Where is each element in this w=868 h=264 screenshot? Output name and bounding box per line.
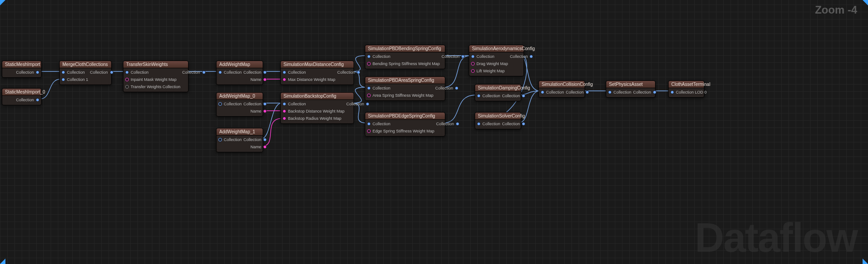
pin-in-collection[interactable]: Collection bbox=[477, 121, 500, 127]
pin-out-collection[interactable]: Collection bbox=[16, 69, 39, 75]
pin-out-name[interactable]: Name bbox=[250, 76, 267, 83]
pin-in-collection[interactable]: Collection bbox=[125, 69, 149, 75]
pin-out-collection[interactable]: Collection bbox=[502, 93, 526, 99]
node-set-physics-asset[interactable]: SetPhysicsAsset Collection Collection bbox=[606, 80, 656, 98]
resize-handle-bl[interactable] bbox=[0, 259, 5, 264]
pin-out-collection[interactable]: Collection bbox=[510, 53, 533, 60]
pin-out-collection[interactable]: Collection bbox=[337, 69, 361, 75]
node-title: StaticMeshImport bbox=[2, 61, 41, 68]
node-title: TransferSkinWeights bbox=[123, 61, 188, 68]
pin-in-collection[interactable]: Collection bbox=[608, 89, 632, 95]
node-static-mesh-import-0[interactable]: StaticMeshImport_0 Collection bbox=[2, 88, 42, 105]
pin-out-collection[interactable]: Collection bbox=[182, 69, 206, 75]
node-title: SimulationAerodynamicsConfig bbox=[469, 45, 524, 52]
pin-out-collection[interactable]: Collection bbox=[436, 121, 460, 127]
node-static-mesh-import[interactable]: StaticMeshImport Collection bbox=[2, 61, 42, 78]
node-title: SimulationPBDBendingSpringConfig bbox=[365, 45, 445, 52]
node-title: AddWeightMap_1 bbox=[217, 128, 263, 136]
pin-in-backstop-distance-weight[interactable]: Backstop Distance Weight Map bbox=[283, 108, 344, 114]
node-title: AddWeightMap_0 bbox=[217, 93, 263, 100]
pin-in-transfer-weights[interactable]: Transfer Weights Collection bbox=[125, 84, 180, 90]
node-title: MergeClothCollections bbox=[60, 61, 111, 68]
pin-in-collection[interactable]: Collection bbox=[471, 53, 495, 60]
resize-handle-tl[interactable] bbox=[0, 0, 5, 5]
node-sim-pbd-bending[interactable]: SimulationPBDBendingSpringConfig Collect… bbox=[365, 45, 445, 69]
node-add-weight-map-0[interactable]: AddWeightMap_0 Collection Collection Nam… bbox=[216, 92, 263, 117]
pin-in-drag-weight[interactable]: Drag Weight Map bbox=[471, 61, 508, 67]
node-title: ClothAssetTerminal bbox=[669, 81, 704, 88]
pin-in-collection[interactable]: Collection bbox=[367, 85, 391, 91]
node-add-weight-map[interactable]: AddWeightMap Collection Collection Name bbox=[216, 61, 263, 85]
pin-out-collection[interactable]: Collection bbox=[633, 89, 657, 95]
node-sim-pbd-edge[interactable]: SimulationPBDEdgeSpringConfig Collection… bbox=[365, 112, 445, 137]
pin-in-backstop-radius-weight[interactable]: Backstop Radius Weight Map bbox=[283, 115, 341, 122]
pin-in-bending-stiffness-weight[interactable]: Bending Spring Stiffness Weight Map bbox=[367, 61, 440, 67]
node-title: SimulationSolverConfig bbox=[475, 113, 521, 120]
pin-in-collection[interactable]: Collection bbox=[477, 93, 500, 99]
node-title: StaticMeshImport_0 bbox=[2, 89, 41, 96]
pin-out-collection[interactable]: Collection bbox=[435, 85, 459, 91]
node-title: SimulationPBDAreaSpringConfig bbox=[365, 77, 445, 84]
node-transfer-skin-weights[interactable]: TransferSkinWeights Collection Inpaint M… bbox=[123, 61, 189, 92]
node-title: SimulationMaxDistanceConfig bbox=[281, 61, 354, 68]
pin-in-collection-lod0[interactable]: Collection LOD 0 bbox=[670, 89, 707, 95]
node-title: SimulationDampingConfig bbox=[475, 85, 521, 92]
pin-in-collection[interactable]: Collection bbox=[367, 121, 391, 127]
pin-in-collection[interactable]: Collection bbox=[283, 69, 306, 75]
pin-in-inpaint-mask[interactable]: Inpaint Mask Weight Map bbox=[125, 76, 176, 83]
node-sim-max-distance[interactable]: SimulationMaxDistanceConfig Collection M… bbox=[280, 61, 354, 85]
node-add-weight-map-1[interactable]: AddWeightMap_1 Collection Collection Nam… bbox=[216, 128, 263, 152]
pin-in-collection[interactable]: Collection bbox=[61, 69, 85, 75]
node-title: SimulationPBDEdgeSpringConfig bbox=[365, 113, 445, 120]
node-sim-damping[interactable]: SimulationDampingConfig Collection Colle… bbox=[475, 84, 521, 101]
pin-in-collection[interactable]: Collection bbox=[218, 101, 242, 107]
watermark: Dataflow bbox=[695, 215, 857, 261]
node-title: AddWeightMap bbox=[217, 61, 263, 68]
pin-in-area-stiffness-weight[interactable]: Area Spring Stiffness Weight Map bbox=[367, 92, 434, 99]
node-sim-pbd-area[interactable]: SimulationPBDAreaSpringConfig Collection… bbox=[365, 76, 445, 101]
pin-in-collection[interactable]: Collection bbox=[218, 69, 242, 75]
pin-out-collection[interactable]: Collection bbox=[346, 101, 370, 107]
pin-in-collection[interactable]: Collection bbox=[283, 101, 306, 107]
node-sim-solver[interactable]: SimulationSolverConfig Collection Collec… bbox=[475, 112, 521, 129]
pin-out-collection[interactable]: Collection bbox=[16, 97, 39, 103]
pin-out-collection[interactable]: Collection bbox=[244, 137, 267, 143]
pin-out-collection[interactable]: Collection bbox=[244, 69, 267, 75]
node-title: SimulationBackstopConfig bbox=[281, 93, 354, 100]
pin-out-collection[interactable]: Collection bbox=[244, 101, 267, 107]
zoom-level: Zoom -4 bbox=[815, 4, 857, 16]
pin-out-collection[interactable]: Collection bbox=[502, 121, 526, 127]
node-sim-aerodynamics[interactable]: SimulationAerodynamicsConfig Collection … bbox=[469, 45, 524, 76]
pin-out-collection[interactable]: Collection bbox=[90, 69, 113, 75]
node-title: SimulationCollisionConfig bbox=[539, 81, 585, 88]
pin-out-collection[interactable]: Collection bbox=[566, 89, 590, 95]
pin-in-lift-weight[interactable]: Lift Weight Map bbox=[471, 68, 505, 74]
node-title: SetPhysicsAsset bbox=[606, 81, 655, 88]
node-sim-collision[interactable]: SimulationCollisionConfig Collection Col… bbox=[538, 80, 585, 98]
pin-out-collection[interactable]: Collection bbox=[442, 53, 465, 60]
resize-handle-tr[interactable] bbox=[863, 0, 868, 5]
node-merge-cloth-collections[interactable]: MergeClothCollections Collection Collect… bbox=[59, 61, 112, 85]
node-sim-backstop[interactable]: SimulationBackstopConfig Collection Back… bbox=[280, 92, 354, 124]
node-cloth-asset-terminal[interactable]: ClothAssetTerminal Collection LOD 0 bbox=[668, 80, 704, 98]
pin-out-name[interactable]: Name bbox=[250, 108, 267, 114]
pin-in-collection-1[interactable]: Collection 1 bbox=[61, 76, 88, 83]
resize-handle-br[interactable] bbox=[863, 259, 868, 264]
pin-in-edge-stiffness-weight[interactable]: Edge Spring Stiffness Weight Map bbox=[367, 128, 434, 134]
pin-in-collection[interactable]: Collection bbox=[218, 137, 242, 143]
pin-in-max-distance-weight[interactable]: Max Distance Weight Map bbox=[283, 76, 335, 83]
pin-in-collection[interactable]: Collection bbox=[541, 89, 564, 95]
pin-in-collection[interactable]: Collection bbox=[367, 53, 391, 60]
pin-out-name[interactable]: Name bbox=[250, 144, 267, 150]
